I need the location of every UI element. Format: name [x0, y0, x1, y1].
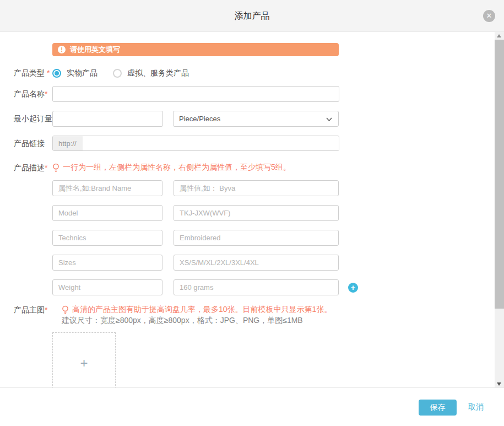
scrollbar-thumb[interactable]	[495, 40, 504, 309]
attr-pair-row	[52, 255, 482, 271]
attr-name-input[interactable]	[52, 279, 162, 295]
attr-value-input[interactable]	[174, 205, 339, 221]
attr-pair-row	[52, 180, 482, 196]
chevron-down-icon	[326, 116, 332, 122]
product-desc-row: 产品描述* 一行为一组，左侧栏为属性名称，右侧栏为属性值，至少填写5组。	[14, 160, 482, 295]
scroll-down-icon[interactable]	[495, 380, 504, 387]
product-type-options: 实物产品 虚拟、服务类产品	[52, 67, 482, 78]
desc-hint: 一行为一组，左侧栏为属性名称，右侧栏为属性值，至少填写5组。	[52, 160, 482, 172]
moq-label: 最小起订量*	[14, 111, 52, 127]
upload-plus-icon: +	[80, 355, 88, 371]
product-link-field: http://	[52, 136, 339, 151]
modal-body: ! 请使用英文填写 产品类型 * 实物产品 虚拟、服务类产品 产品	[0, 32, 504, 387]
product-name-input[interactable]	[52, 86, 339, 102]
bulb-icon	[52, 163, 59, 172]
product-type-label: 产品类型 *	[14, 67, 52, 78]
attr-name-input[interactable]	[52, 230, 162, 246]
save-button[interactable]: 保存	[419, 400, 457, 416]
moq-unit-select[interactable]: Piece/Pieces	[173, 111, 339, 127]
product-link-row: 产品链接 http://	[14, 136, 482, 151]
attr-value-input[interactable]	[174, 230, 339, 246]
attr-name-input[interactable]	[52, 205, 162, 221]
image-upload-box[interactable]: +	[52, 332, 116, 387]
cancel-button[interactable]: 取消	[468, 402, 484, 412]
scroll-up-icon[interactable]	[495, 32, 504, 40]
moq-row: 最小起订量* Piece/Pieces	[14, 111, 482, 127]
plus-circle-icon[interactable]: +	[348, 283, 358, 293]
attr-pair-row	[52, 205, 482, 221]
moq-unit-value: Piece/Pieces	[179, 115, 220, 123]
image-hint-text: 高清的产品主图有助于提高询盘几率，最多10张。目前模板中只显示第1张。	[72, 305, 332, 315]
radio-icon	[52, 69, 61, 78]
url-prefix: http://	[53, 136, 83, 150]
image-size-hint: 建议尺寸：宽度≥800px，高度≥800px，格式：JPG、PNG，单图≤1MB	[62, 316, 482, 326]
exclamation-circle-icon: !	[58, 46, 66, 53]
desc-hint-text: 一行为一组，左侧栏为属性名称，右侧栏为属性值，至少填写5组。	[63, 163, 291, 172]
attr-value-input[interactable]	[174, 279, 339, 295]
attr-value-input[interactable]	[174, 180, 339, 196]
attr-value-input[interactable]	[174, 255, 339, 271]
product-type-row: 产品类型 * 实物产品 虚拟、服务类产品	[14, 67, 482, 78]
attr-name-input[interactable]	[52, 180, 162, 196]
modal-header: 添加产品 ✕	[0, 0, 504, 32]
attr-name-input[interactable]	[52, 255, 162, 271]
notice-text: 请使用英文填写	[70, 45, 120, 55]
product-link-label: 产品链接	[14, 136, 52, 151]
english-notice-banner: ! 请使用英文填写	[52, 43, 339, 56]
bulb-icon	[62, 305, 69, 315]
product-link-input[interactable]	[83, 136, 339, 150]
radio-virtual-product[interactable]: 虚拟、服务类产品	[113, 68, 189, 78]
vertical-scrollbar	[495, 32, 504, 387]
product-name-label: 产品名称*	[14, 86, 52, 102]
product-image-row: 产品主图* 高清的产品主图有助于提高询盘几率，最多10张。目前模板中只显示第1张…	[14, 302, 482, 387]
modal-title: 添加产品	[0, 0, 504, 32]
product-name-row: 产品名称*	[14, 86, 482, 102]
attr-pair-row	[52, 230, 482, 246]
product-image-label: 产品主图*	[14, 302, 52, 387]
close-icon[interactable]: ✕	[483, 10, 495, 22]
moq-input[interactable]	[52, 111, 163, 127]
product-desc-label: 产品描述*	[14, 160, 52, 295]
modal-footer: 保存 取消	[0, 387, 504, 426]
radio-physical-product[interactable]: 实物产品	[52, 68, 97, 78]
image-hint: 高清的产品主图有助于提高询盘几率，最多10张。目前模板中只显示第1张。	[62, 302, 482, 315]
add-product-modal: 添加产品 ✕ ! 请使用英文填写 产品类型 * 实物产品 虚拟、服务类产品	[0, 0, 504, 426]
attr-pair-row: +	[52, 279, 482, 295]
radio-icon	[113, 69, 122, 78]
